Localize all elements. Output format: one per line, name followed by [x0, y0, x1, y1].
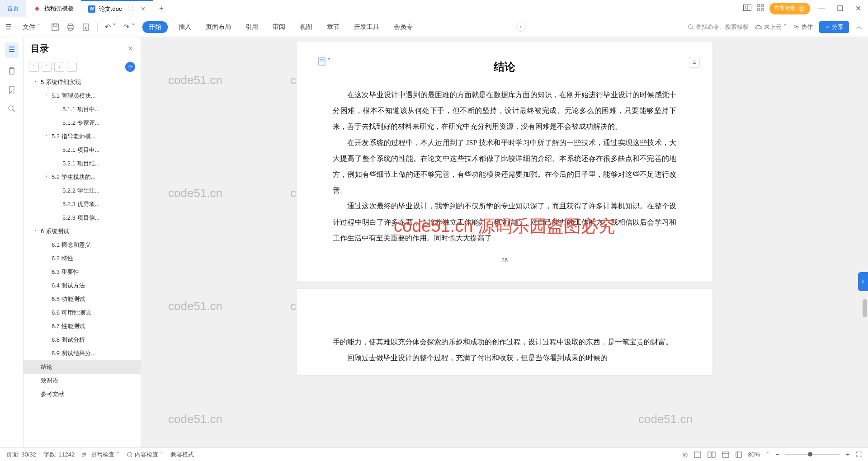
zoom-thumb[interactable] — [808, 452, 812, 456]
fullscreen-icon[interactable]: ⛶ — [856, 451, 862, 458]
outline-item[interactable]: 6.9 测试结果分... — [24, 347, 141, 360]
outline-item[interactable]: 6.8 测试分析 — [24, 333, 141, 347]
word-count[interactable]: 字数: 11242 — [43, 451, 75, 459]
ribbon-tab-chapter[interactable]: 章节 — [323, 21, 343, 33]
outline-item[interactable]: ˅6 系统测试 — [24, 225, 141, 238]
outline-item[interactable]: 5.2.2 学生注... — [24, 184, 141, 198]
document-paragraph: 通过这次最终的毕业设计，我学到的不仅所学的专业知识深了，而且获得了许多计算机知识… — [333, 198, 676, 246]
login-button[interactable]: 立即登录 — [769, 3, 810, 14]
template-icon: ◆ — [33, 5, 41, 12]
zoom-level[interactable]: 80% — [748, 451, 760, 458]
ribbon-tab-insert[interactable]: 插入 — [175, 21, 195, 33]
outline-item[interactable]: 6.3 重要性 — [24, 265, 141, 279]
outline-item[interactable]: 5.2.3 优秀项... — [24, 198, 141, 211]
clipboard-icon[interactable] — [8, 67, 16, 77]
view-web-icon[interactable] — [722, 452, 729, 458]
ribbon-tab-reference[interactable]: 引用 — [242, 21, 262, 33]
titlebar: 首页 ◆ 找稻壳模板 W 论文.doc ⛶ ✕ ＋ 1 立即登录 — ☐ ✕ — [0, 0, 868, 17]
coop-button[interactable]: 协作 — [793, 23, 813, 31]
bookmark-icon[interactable] — [8, 86, 15, 96]
svg-rect-34 — [712, 452, 715, 457]
outline-item[interactable]: ˅5.2 指导老师模... — [24, 130, 141, 143]
file-menu[interactable]: 文件 ˅ — [19, 21, 44, 33]
ribbon-tab-review[interactable]: 审阅 — [269, 21, 289, 33]
ribbon-tab-dev[interactable]: 开发工具 — [350, 21, 383, 33]
ribbon-collapse-icon[interactable]: ︿ — [855, 22, 863, 32]
print-icon[interactable] — [66, 23, 75, 31]
view-page-icon[interactable] — [694, 452, 701, 458]
outline-item[interactable]: 结论 — [24, 360, 141, 374]
page-number: 26 — [333, 257, 676, 263]
close-window-button[interactable]: ✕ — [852, 4, 864, 13]
menu-icon[interactable]: ☰ — [5, 23, 12, 31]
outline-item[interactable]: 6.4 测试方法 — [24, 279, 141, 292]
preview-icon[interactable] — [82, 23, 90, 31]
outline-item[interactable]: ˅5.2 学生模块的... — [24, 170, 141, 184]
svg-text:1: 1 — [745, 5, 747, 10]
outline-icon[interactable] — [5, 42, 19, 58]
redo-icon[interactable]: ↷ ˅ — [123, 23, 135, 31]
panel-icon[interactable]: 1 — [743, 5, 751, 13]
ribbon-tab-member[interactable]: 会员专 — [390, 21, 416, 33]
page-indicator[interactable]: 页面: 30/32 — [6, 451, 36, 459]
outline-item[interactable]: 6.7 性能测试 — [24, 320, 141, 333]
avatar-icon — [797, 5, 806, 13]
share-button[interactable]: 分享 — [819, 21, 849, 33]
focus-mode-icon[interactable]: ◎ — [683, 451, 688, 458]
outline-close-icon[interactable]: ✕ — [127, 44, 133, 53]
outline-item-label: 致谢语 — [41, 376, 58, 385]
add-tab-button[interactable]: ＋ — [153, 4, 170, 13]
page-mode-icon[interactable]: ˅ — [318, 57, 331, 66]
outline-item-label: 5.2 指导老师模... — [52, 132, 96, 141]
ribbon-tab-start[interactable]: 开始 — [142, 21, 168, 33]
outline-item[interactable]: 5.1.2 专家评... — [24, 116, 141, 130]
outline-item[interactable]: 5.2.1 项目申... — [24, 143, 141, 157]
maximize-button[interactable]: ☐ — [834, 4, 846, 13]
view-outline-icon[interactable] — [736, 452, 742, 458]
feedback-tab[interactable]: ‹ — [858, 272, 868, 291]
outline-item[interactable]: 6.5 功能测试 — [24, 292, 141, 306]
outline-item[interactable]: 6.6 可用性测试 — [24, 306, 141, 320]
ribbon-tab-view[interactable]: 视图 — [296, 21, 316, 33]
outline-item[interactable]: 5.2.3 项目信... — [24, 211, 141, 225]
collapse-all-button[interactable]: ˅ — [29, 62, 39, 72]
outline-item-label: 5.1.1 项目中... — [62, 105, 99, 113]
add-section-button[interactable]: + — [54, 62, 64, 72]
tab-template[interactable]: ◆ 找稻壳模板 — [26, 0, 81, 17]
minimize-button[interactable]: — — [816, 5, 828, 13]
compat-mode[interactable]: 兼容模式 — [170, 451, 194, 459]
tab-home[interactable]: 首页 — [0, 0, 26, 17]
outline-item[interactable]: 6.2 特性 — [24, 252, 141, 265]
save-icon[interactable] — [51, 23, 59, 31]
outline-item[interactable]: 6.1 概念和意义 — [24, 238, 141, 252]
apps-icon[interactable] — [757, 4, 764, 13]
sync-button[interactable]: ⟳ — [125, 62, 135, 72]
document-viewport[interactable]: code51.cn code51.cn code51.cn code51.cn … — [141, 37, 868, 447]
undo-icon[interactable]: ↶ ˅ — [105, 23, 116, 31]
close-tab-icon[interactable]: ✕ — [141, 5, 146, 12]
scrollbar[interactable] — [862, 37, 868, 447]
outline-item[interactable]: 5.2.1 项目结... — [24, 157, 141, 170]
remove-section-button[interactable]: − — [67, 62, 77, 72]
cloud-status[interactable]: 未上云 ˅ — [755, 23, 787, 31]
zoom-in-button[interactable]: + — [846, 451, 849, 458]
restore-icon[interactable]: ⛶ — [127, 5, 133, 12]
tab-document[interactable]: W 论文.doc ⛶ ✕ — [81, 0, 153, 17]
ribbon-tab-layout[interactable]: 页面布局 — [202, 21, 235, 33]
expand-all-button[interactable]: ˄ — [42, 62, 52, 72]
outline-item[interactable]: ˅5.1 管理员模块... — [24, 89, 141, 103]
zoom-out-button[interactable]: − — [776, 451, 779, 458]
page-collapse-icon[interactable]: ≡ — [689, 57, 700, 68]
scrollbar-thumb[interactable] — [863, 299, 867, 317]
outline-item[interactable]: 5.1.1 项目中... — [24, 103, 141, 116]
outline-item[interactable]: 致谢语 — [24, 374, 141, 387]
view-read-icon[interactable] — [708, 452, 716, 458]
contentcheck-button[interactable]: 内容检查 ˅ — [127, 451, 163, 459]
outline-item[interactable]: ˅5 系统详细实现 — [24, 75, 141, 89]
zoom-slider[interactable] — [785, 454, 840, 455]
spellcheck-button[interactable]: 拼拼写检查 ˅ — [82, 451, 119, 459]
ribbon-overflow-button[interactable]: › — [516, 23, 525, 32]
outline-item[interactable]: 参考文献 — [24, 387, 141, 401]
search-input[interactable]: 查找命令、搜索模板 — [688, 23, 749, 31]
search-sidebar-icon[interactable] — [8, 105, 16, 115]
